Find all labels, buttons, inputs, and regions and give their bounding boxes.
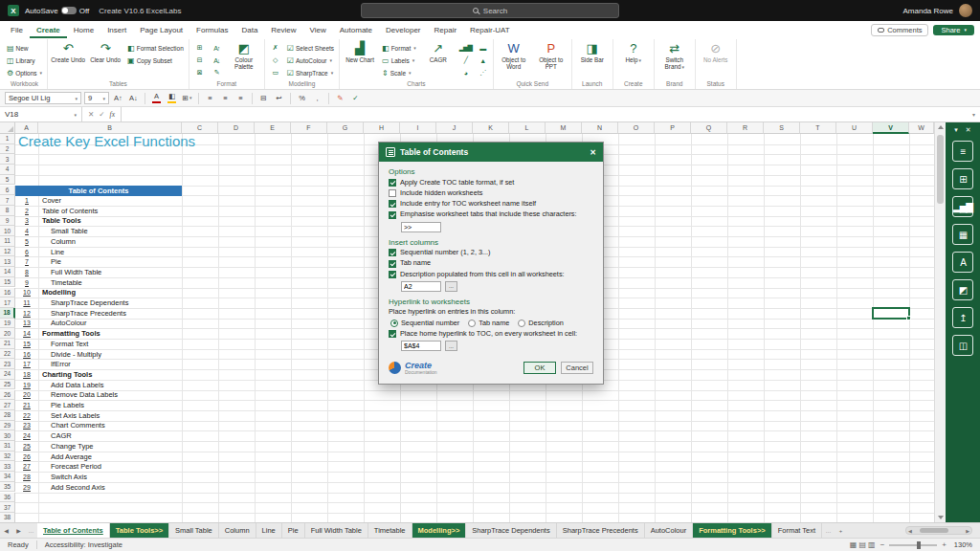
column-header-w[interactable]: W: [909, 122, 934, 134]
normal-view-icon[interactable]: ▦: [850, 540, 858, 549]
vertical-scrollbar[interactable]: [934, 122, 946, 522]
sheet-tab-column[interactable]: Column: [219, 523, 256, 538]
scroll-left-icon[interactable]: ◀: [908, 528, 912, 534]
column-header-r[interactable]: R: [727, 122, 764, 134]
toc-number-link[interactable]: 25: [15, 441, 38, 452]
user-name[interactable]: Amanda Rowe: [903, 7, 953, 15]
column-header-j[interactable]: J: [436, 122, 473, 134]
browse-button[interactable]: ...: [445, 341, 457, 351]
ribbon-tab-view[interactable]: View: [303, 21, 333, 38]
toc-number-link[interactable]: 19: [15, 380, 38, 390]
toc-number-link[interactable]: 20: [15, 390, 38, 401]
dialog-text-field[interactable]: [401, 281, 441, 292]
font-size-select[interactable]: 9 ▾: [84, 92, 109, 104]
layout-grid-icon[interactable]: ◫: [952, 335, 973, 356]
toc-entry[interactable]: Switch Axis: [38, 472, 182, 482]
column-header-g[interactable]: G: [327, 122, 364, 134]
row-header-31[interactable]: 31: [0, 441, 15, 452]
checkbox-icon[interactable]: [389, 189, 396, 197]
select-all-corner[interactable]: [0, 122, 15, 134]
page-break-view-icon[interactable]: ▥: [868, 540, 876, 549]
insert-table-icon[interactable]: ⊞: [952, 168, 973, 189]
create-undo-button[interactable]: ↶Create Undo: [51, 39, 85, 79]
column-header-h[interactable]: H: [364, 122, 400, 134]
toc-number-link[interactable]: 7: [15, 256, 38, 267]
sheet-tab-pie[interactable]: Pie: [282, 523, 305, 538]
cagr-button[interactable]: ↗CAGR: [421, 39, 456, 79]
row-header-24[interactable]: 24: [0, 369, 15, 380]
column-header-k[interactable]: K: [473, 122, 509, 134]
add-sheet-icon[interactable]: +: [835, 523, 847, 538]
sheet-tab-full-width-table[interactable]: Full Width Table: [305, 523, 368, 538]
toc-number-link[interactable]: 5: [15, 236, 38, 247]
check-format-icon[interactable]: ✓: [349, 92, 362, 105]
new-button[interactable]: ▤New: [5, 42, 44, 54]
toc-entry[interactable]: Table Tools: [38, 216, 182, 227]
clear-format-icon[interactable]: ⊠: [192, 67, 207, 78]
toc-entry[interactable]: Change Type: [38, 441, 182, 452]
toc-number-link[interactable]: 27: [15, 461, 38, 472]
formula-input[interactable]: [122, 107, 968, 121]
toc-entry[interactable]: Pie Labels: [38, 400, 182, 410]
sheet-nav-next-icon[interactable]: ▶: [12, 523, 25, 538]
row-header-34[interactable]: 34: [0, 472, 15, 482]
side-bar-button[interactable]: ◨Side Bar: [575, 39, 610, 79]
switch-brand-button[interactable]: ⇄Switch Brand▾: [657, 39, 692, 79]
radio-option[interactable]: Description: [518, 320, 564, 328]
toc-number-link[interactable]: 1: [15, 195, 38, 206]
row-header-14[interactable]: 14: [0, 267, 15, 277]
checkbox-icon[interactable]: [389, 249, 396, 256]
align-left-icon[interactable]: ≡: [204, 92, 216, 105]
toc-number-link[interactable]: 18: [15, 369, 38, 380]
grow-font-icon[interactable]: A↑: [112, 92, 124, 105]
row-header-26[interactable]: 26: [0, 390, 15, 401]
selected-cell[interactable]: [872, 307, 910, 320]
format-selection-button[interactable]: ◧Format Selection: [125, 42, 186, 54]
toc-entry[interactable]: Remove Data Labels: [38, 390, 182, 401]
line-chart-icon[interactable]: ╱: [458, 55, 473, 66]
sheet-tab-table-tools[interactable]: Table Tools>>: [110, 523, 169, 538]
column-header-s[interactable]: S: [764, 122, 800, 134]
column-chart-icon[interactable]: ▂▅▇: [458, 42, 473, 54]
help-button[interactable]: ?Help▾: [616, 39, 651, 79]
zoom-out-icon[interactable]: −: [880, 540, 885, 549]
column-header-d[interactable]: D: [218, 122, 255, 134]
format-painter-icon[interactable]: ✎: [334, 92, 346, 105]
horizontal-scrollbar[interactable]: ◀ ▶: [905, 526, 972, 535]
row-header-17[interactable]: 17: [0, 298, 15, 308]
percent-icon[interactable]: %: [296, 92, 308, 105]
toc-number-link[interactable]: 2: [15, 206, 38, 216]
toc-entry[interactable]: Small Table: [38, 226, 182, 236]
checkbox-icon[interactable]: [389, 211, 396, 219]
row-header-8[interactable]: 8: [0, 206, 15, 216]
row-header-15[interactable]: 15: [0, 277, 15, 288]
options-button[interactable]: ⚙Options▾: [5, 67, 44, 78]
ribbon-tab-review[interactable]: Review: [264, 21, 302, 38]
object-to-word-button[interactable]: WObject to Word: [497, 39, 531, 79]
checkbox-icon[interactable]: [389, 271, 396, 278]
ribbon-tab-developer[interactable]: Developer: [379, 21, 427, 38]
toc-number-link[interactable]: 28: [15, 472, 38, 482]
ribbon-tab-repair-uat[interactable]: Repair-UAT: [463, 21, 517, 38]
merge-range-icon[interactable]: ⊟: [192, 55, 207, 66]
select-sheets-button[interactable]: ☑Select Sheets: [285, 42, 336, 54]
toc-entry[interactable]: Modelling: [38, 288, 182, 298]
edit-style-icon[interactable]: ✎: [210, 67, 224, 78]
sheet-nav-prev-icon[interactable]: ◀: [0, 523, 12, 538]
insert-function-icon[interactable]: fx: [110, 110, 115, 119]
format-button[interactable]: ◧Format▾: [380, 42, 418, 54]
autosave-toggle[interactable]: AutoSave Off: [25, 7, 89, 15]
row-header-32[interactable]: 32: [0, 452, 15, 462]
ribbon-tab-home[interactable]: Home: [67, 21, 100, 38]
row-header-19[interactable]: 19: [0, 319, 15, 329]
toc-entry[interactable]: Column: [38, 236, 182, 247]
row-header-28[interactable]: 28: [0, 410, 15, 421]
toc-entry[interactable]: Charting Tools: [38, 369, 182, 380]
toc-entry[interactable]: Full Width Table: [38, 267, 182, 277]
autocolour-button[interactable]: ☑AutoColour▾: [285, 55, 336, 66]
fill-color-icon[interactable]: ◧: [166, 92, 178, 105]
toc-entry[interactable]: Divide - Multiply: [38, 349, 182, 360]
font-name-select[interactable]: Segoe UI Lig ▾: [5, 92, 81, 104]
ribbon-tab-create[interactable]: Create: [30, 21, 67, 38]
library-button[interactable]: ◫Library: [5, 55, 44, 66]
